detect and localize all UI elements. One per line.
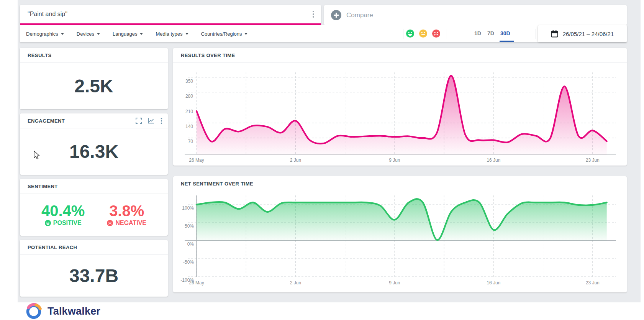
mouse-cursor <box>34 151 42 160</box>
svg-text:70: 70 <box>188 139 193 144</box>
net-sentiment-over-time-title: NET SENTIMENT OVER TIME <box>181 181 253 187</box>
positive-sentiment-filter-happy-face-icon[interactable] <box>406 30 414 39</box>
svg-text:2 Jun: 2 Jun <box>290 280 301 286</box>
svg-text:16 Jun: 16 Jun <box>487 280 500 286</box>
positive-sentiment-label: POSITIVE <box>53 220 82 226</box>
filter-dropdowns: Demographics Devices Languages Media typ… <box>26 25 247 42</box>
svg-text:350: 350 <box>185 79 193 84</box>
negative-sentiment-value: 3.8% <box>109 203 144 219</box>
time-range-7d[interactable]: 7D <box>487 30 494 36</box>
date-range-picker[interactable]: 26/05/21 – 24/06/21 <box>538 25 627 42</box>
net-sentiment-over-time-card: NET SENTIMENT OVER TIME -100%-50%0%50%10… <box>173 176 627 292</box>
engagement-value: 16.3K <box>69 141 118 162</box>
calendar-icon <box>551 30 558 38</box>
filter-toolbar: Demographics Devices Languages Media typ… <box>20 25 627 42</box>
search-query[interactable]: "Paint and sip" <box>28 11 311 18</box>
filter-media-types[interactable]: Media types <box>156 31 188 37</box>
more-options-kebab-icon[interactable] <box>161 118 162 124</box>
svg-text:50%: 50% <box>185 223 194 229</box>
sentiment-card-title: SENTIMENT <box>28 184 58 189</box>
time-range-1d[interactable]: 1D <box>474 30 481 36</box>
filter-languages[interactable]: Languages <box>113 31 143 37</box>
toolbar-divider <box>446 29 446 39</box>
filter-countries-regions[interactable]: Countries/Regions <box>201 31 248 37</box>
svg-text:23 Jun: 23 Jun <box>586 280 600 286</box>
search-bar[interactable]: "Paint and sip" <box>20 5 321 25</box>
net-sentiment-over-time-chart[interactable]: -100%-50%0%50%100%26 May2 Jun9 Jun16 Jun… <box>185 193 618 290</box>
toolbar-divider <box>536 29 536 39</box>
search-menu-icon[interactable] <box>311 8 316 20</box>
results-card: RESULTS 2.5K <box>20 48 168 109</box>
svg-text:26 May: 26 May <box>189 280 204 286</box>
positive-sentiment-value: 40.4% <box>41 203 85 219</box>
engagement-card-title: ENGAGEMENT <box>28 118 65 124</box>
results-over-time-title: RESULTS OVER TIME <box>181 53 235 58</box>
footer-bar: Talkwalker <box>0 302 644 320</box>
sad-face-icon <box>107 220 113 226</box>
talkwalker-dashboard: "Paint and sip" Compare Demographics Dev… <box>0 0 644 320</box>
chevron-down-icon <box>97 33 100 35</box>
svg-text:140: 140 <box>185 124 193 129</box>
svg-text:26 May: 26 May <box>189 158 204 163</box>
selected-time-range-underline <box>500 41 514 42</box>
filter-demographics[interactable]: Demographics <box>26 31 64 37</box>
svg-text:-50%: -50% <box>183 259 194 265</box>
results-over-time-card: RESULTS OVER TIME 7014021028035026 May2 … <box>173 48 627 166</box>
talkwalker-logo-icon <box>25 302 43 320</box>
svg-text:16 Jun: 16 Jun <box>487 158 500 163</box>
svg-text:2 Jun: 2 Jun <box>290 158 301 163</box>
time-range-30d[interactable]: 30D <box>500 30 510 36</box>
potential-reach-value: 33.7B <box>69 265 118 286</box>
potential-reach-card-title: POTENTIAL REACH <box>28 245 77 250</box>
chevron-down-icon <box>61 33 64 35</box>
plus-icon <box>331 10 341 20</box>
compare-button[interactable]: Compare <box>324 5 627 25</box>
chevron-down-icon <box>185 33 188 35</box>
svg-text:210: 210 <box>185 109 193 114</box>
svg-text:23 Jun: 23 Jun <box>586 158 600 163</box>
svg-text:100%: 100% <box>182 205 194 211</box>
expand-icon[interactable] <box>136 118 142 124</box>
happy-face-icon <box>45 220 51 226</box>
chevron-down-icon <box>244 33 247 35</box>
talkwalker-logo-text: Talkwalker <box>48 305 100 317</box>
chevron-down-icon <box>140 33 143 35</box>
potential-reach-card: POTENTIAL REACH 33.7B <box>20 240 168 297</box>
negative-sentiment: 3.8% NEGATIVE <box>107 203 146 226</box>
toolbar-divider <box>403 29 403 39</box>
neutral-sentiment-filter-neutral-face-icon[interactable] <box>419 30 427 39</box>
positive-sentiment: 40.4% POSITIVE <box>41 203 85 226</box>
svg-text:0%: 0% <box>187 241 194 247</box>
svg-text:280: 280 <box>185 94 193 99</box>
results-over-time-chart[interactable]: 7014021028035026 May2 Jun9 Jun16 Jun23 J… <box>185 70 618 164</box>
svg-text:9 Jun: 9 Jun <box>389 158 400 163</box>
negative-sentiment-filter-sad-face-icon[interactable] <box>432 30 440 39</box>
results-value: 2.5K <box>74 75 113 97</box>
results-card-title: RESULTS <box>28 53 52 58</box>
sentiment-card: SENTIMENT 40.4% POSITIVE 3.8% NEGATIVE <box>20 179 168 236</box>
line-chart-icon[interactable] <box>148 118 154 124</box>
svg-text:9 Jun: 9 Jun <box>389 280 400 286</box>
talkwalker-logo: Talkwalker <box>25 302 100 320</box>
negative-sentiment-label: NEGATIVE <box>115 220 146 226</box>
filter-devices[interactable]: Devices <box>77 31 100 37</box>
date-range-label: 26/05/21 – 24/06/21 <box>563 31 614 37</box>
compare-label: Compare <box>346 11 373 19</box>
engagement-card: ENGAGEMENT 16.3K <box>20 113 168 175</box>
